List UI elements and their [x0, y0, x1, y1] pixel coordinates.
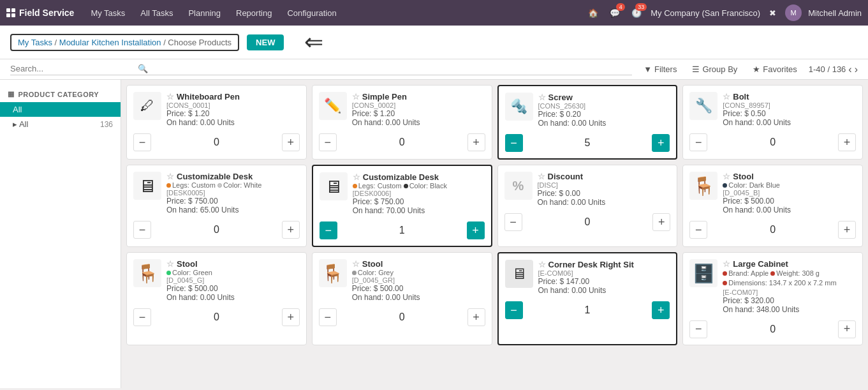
product-top: 🔩 ☆ Screw [CONS_25630] Price: $ 0.20 On … [505, 93, 670, 128]
search-box[interactable]: 🔍 [10, 64, 632, 75]
qty-value: 0 [710, 224, 835, 236]
qty-decrease-btn[interactable]: − [504, 213, 522, 231]
product-card-discount: % ☆ Discount [DISC] Price: $ 0.00 On han… [497, 165, 678, 247]
app-logo[interactable]: Field Service [6, 8, 74, 18]
nav-all-tasks[interactable]: All Tasks [134, 4, 179, 22]
favorite-star[interactable]: ☆ [352, 259, 360, 269]
product-name: ☆ Screw [538, 93, 670, 102]
qty-increase-btn[interactable]: + [652, 134, 670, 152]
favorites-button[interactable]: ★ Favorites [749, 63, 800, 75]
avatar[interactable]: M [785, 4, 802, 21]
product-onhand: On hand: 0.00 Units [352, 293, 485, 302]
product-info: ☆ Discount [DISC] Price: $ 0.00 On hand:… [538, 172, 671, 207]
breadcrumb-sep1: / [55, 38, 59, 47]
qty-increase-btn[interactable]: + [467, 221, 485, 239]
product-top: ✏️ ☆ Simple Pen [CONS_0002] Price: $ 1.2… [319, 92, 485, 127]
next-page-button[interactable]: › [855, 64, 858, 75]
qty-decrease-btn[interactable]: − [689, 133, 707, 151]
favorite-star[interactable]: ☆ [353, 172, 360, 182]
qty-controls: − 0 + [319, 308, 485, 326]
qty-decrease-btn[interactable]: − [133, 221, 151, 239]
product-card-stool-grey: 🪑 ☆ Stool Color: Grey [D_0045_GR] Price:… [312, 252, 492, 345]
disconnect-icon-btn[interactable]: ✖ [767, 6, 779, 20]
breadcrumb-project[interactable]: Modular Kitchen Installation [59, 38, 161, 47]
favorite-star[interactable]: ☆ [352, 92, 360, 101]
qty-increase-btn[interactable]: + [838, 133, 856, 151]
favorite-star[interactable]: ☆ [166, 259, 174, 269]
qty-controls: − 5 + [505, 134, 670, 152]
user-name: Mitchell Admin [808, 8, 862, 18]
qty-decrease-btn[interactable]: − [505, 301, 523, 319]
qty-decrease-btn[interactable]: − [505, 134, 523, 152]
prev-page-button[interactable]: ‹ [848, 64, 851, 75]
product-image: 🪑 [133, 259, 161, 287]
new-button[interactable]: NEW [247, 34, 284, 50]
qty-decrease-btn[interactable]: − [319, 133, 337, 151]
qty-decrease-btn[interactable]: − [133, 308, 151, 326]
sidebar-item-all[interactable]: ▸ All 136 [0, 117, 121, 131]
favorite-star[interactable]: ☆ [538, 260, 546, 269]
qty-decrease-btn[interactable]: − [133, 133, 151, 151]
favorite-star[interactable]: ☆ [538, 93, 546, 102]
attr-dot [353, 184, 357, 188]
nav-planning[interactable]: Planning [182, 4, 227, 22]
product-info: ☆ Bolt [CONS_89957] Price: $ 0.50 On han… [723, 92, 856, 127]
product-image: % [504, 172, 533, 200]
product-image: 🗄️ [689, 259, 717, 287]
qty-decrease-btn[interactable]: − [689, 320, 707, 338]
qty-increase-btn[interactable]: + [467, 133, 485, 151]
home-icon-btn[interactable]: 🏠 [585, 6, 601, 20]
favorite-star[interactable]: ☆ [723, 172, 730, 181]
product-attrs: Color: Dark Blue [723, 181, 856, 189]
activity-icon-btn[interactable]: 🕐 33 [629, 6, 644, 20]
favorite-star[interactable]: ☆ [723, 259, 730, 269]
qty-increase-btn[interactable]: + [838, 221, 856, 239]
attr-dot [166, 183, 171, 188]
qty-increase-btn[interactable]: + [282, 221, 300, 239]
product-top: 🖥 ☆ Customizable Desk Legs: Custom Color… [320, 172, 485, 215]
qty-increase-btn[interactable]: + [652, 301, 670, 319]
chat-icon-btn[interactable]: 💬 4 [607, 6, 622, 20]
attr-dot [723, 183, 727, 188]
qty-increase-btn[interactable]: + [282, 308, 300, 326]
favorite-star[interactable]: ☆ [166, 172, 174, 181]
favorite-star[interactable]: ☆ [166, 92, 174, 101]
qty-increase-btn[interactable]: + [467, 308, 485, 326]
product-name: ☆ Customizable Desk [353, 172, 485, 182]
product-price: Price: $ 750.00 [166, 197, 300, 206]
nav-my-tasks[interactable]: My Tasks [84, 4, 131, 22]
product-attrs: Legs: Custom Color: Black [353, 182, 485, 190]
qty-decrease-btn[interactable]: − [319, 308, 337, 326]
product-info: ☆ Simple Pen [CONS_0002] Price: $ 1.20 O… [352, 92, 485, 127]
qty-increase-btn[interactable]: + [838, 320, 856, 338]
groupby-button[interactable]: ☰ Group By [688, 63, 741, 75]
product-top: 🖥 ☆ Customizable Desk Legs: Custom Color… [133, 172, 300, 214]
groupby-icon: ☰ [692, 64, 700, 74]
product-name: ☆ Stool [352, 259, 485, 269]
product-code: [DESK0006] [353, 190, 485, 197]
star-icon: ★ [753, 64, 760, 74]
qty-decrease-btn[interactable]: − [320, 221, 337, 239]
favorite-star[interactable]: ☆ [723, 92, 730, 101]
product-name: ☆ Bolt [723, 92, 856, 101]
sidebar-grid-icon: ▦ [8, 90, 15, 98]
product-code: [CONS_0001] [166, 101, 300, 109]
nav-reporting[interactable]: Reporting [230, 4, 278, 22]
product-price: Price: $ 1.20 [352, 109, 485, 118]
attr-dot [352, 271, 357, 275]
search-input[interactable] [10, 64, 138, 73]
filters-button[interactable]: ▼ Filters [640, 63, 680, 75]
qty-increase-btn[interactable]: + [282, 133, 300, 151]
breadcrumb-my-tasks[interactable]: My Tasks [18, 38, 52, 47]
actionbar: My Tasks / Modular Kitchen Installation … [0, 26, 868, 59]
product-info: ☆ Stool Color: Dark Blue [D_0045_B] Pric… [723, 172, 856, 214]
breadcrumb-box: My Tasks / Modular Kitchen Installation … [10, 34, 239, 51]
sidebar-item-all-active[interactable]: All [0, 102, 121, 117]
attr-dot [723, 281, 727, 285]
nav-configuration[interactable]: Configuration [281, 4, 342, 22]
sidebar-item-all-label: All [13, 105, 22, 114]
qty-decrease-btn[interactable]: − [689, 221, 707, 239]
favorite-star[interactable]: ☆ [538, 172, 545, 181]
product-image: 🖥 [320, 172, 348, 200]
qty-increase-btn[interactable]: + [652, 213, 670, 231]
